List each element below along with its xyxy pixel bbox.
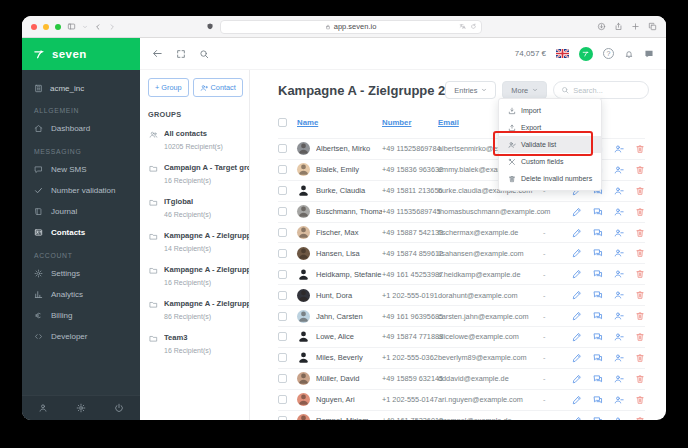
logout-power-icon[interactable] (114, 403, 124, 413)
settings-icon[interactable] (76, 403, 86, 413)
user-avatar[interactable] (579, 47, 593, 61)
privacy-shield-icon[interactable] (206, 22, 214, 31)
group-item-kampagne-a-zielgruppe-3[interactable]: Kampagne A - Zielgruppe 386 Recipient(s) (148, 293, 249, 327)
row-checkbox[interactable] (278, 249, 287, 258)
remove-from-group-button[interactable] (614, 416, 624, 420)
sidebar-item-settings[interactable]: Settings (22, 263, 140, 284)
remove-from-group-button[interactable] (614, 186, 624, 196)
delete-button[interactable] (635, 395, 645, 405)
delete-button[interactable] (635, 311, 645, 321)
comments-button[interactable] (593, 332, 603, 342)
row-checkbox[interactable] (278, 228, 287, 237)
forward-navigation-icon[interactable] (108, 23, 116, 31)
row-checkbox[interactable] (278, 144, 287, 153)
sidebar-item-dashboard[interactable]: Dashboard (22, 118, 140, 139)
new-tab-icon[interactable] (631, 22, 640, 31)
row-checkbox[interactable] (278, 312, 287, 321)
comments-button[interactable] (593, 269, 603, 279)
sort-by-number[interactable]: Number (382, 118, 438, 127)
delete-button[interactable] (635, 332, 645, 342)
remove-from-group-button[interactable] (614, 248, 624, 258)
edit-button[interactable] (572, 228, 582, 238)
table-row[interactable]: Buschmann, Thomas+49 11535689745thomasbu… (278, 202, 645, 223)
remove-from-group-button[interactable] (614, 332, 624, 342)
sidebar-item-contacts[interactable]: Contacts (22, 222, 140, 243)
comments-button[interactable] (593, 374, 603, 384)
group-item-kampagne-a-zielgruppe-2[interactable]: Kampagne A - Zielgruppe 216 Recipient(s) (148, 259, 249, 293)
remove-from-group-button[interactable] (614, 395, 624, 405)
sidebar-item-billing[interactable]: Billing (22, 305, 140, 326)
row-checkbox[interactable] (278, 374, 287, 383)
remove-from-group-button[interactable] (614, 207, 624, 217)
sidebar-item-new-sms[interactable]: New SMS (22, 159, 140, 180)
sidebar-toggle-icon[interactable] (67, 22, 76, 31)
row-checkbox[interactable] (278, 270, 287, 279)
more-dropdown-button[interactable]: More (502, 81, 547, 99)
comments-button[interactable] (593, 311, 603, 321)
minimize-window-button[interactable] (43, 24, 49, 30)
sidebar-item-number-validation[interactable]: Number validation (22, 180, 140, 201)
profile-icon[interactable] (38, 403, 48, 413)
sidebar-item-journal[interactable]: Journal (22, 201, 140, 222)
comments-button[interactable] (593, 395, 603, 405)
delete-button[interactable] (635, 416, 645, 420)
menu-item-custom-fields[interactable]: Custom fields (499, 153, 601, 170)
back-arrow-icon[interactable] (152, 48, 163, 59)
comments-button[interactable] (593, 207, 603, 217)
delete-button[interactable] (635, 144, 645, 154)
brand-logo[interactable]: seven (22, 38, 140, 70)
edit-button[interactable] (572, 332, 582, 342)
chevron-down-icon[interactable] (82, 24, 88, 30)
comments-button[interactable] (593, 290, 603, 300)
menu-item-delete-invalid-numbers[interactable]: Delete invalid numbers (499, 170, 601, 187)
delete-button[interactable] (635, 374, 645, 384)
delete-button[interactable] (635, 228, 645, 238)
table-row[interactable]: Rempel, Miriam+49 161 75236012mrempel@ex… (278, 411, 645, 420)
share-icon[interactable] (614, 22, 623, 31)
edit-button[interactable] (572, 374, 582, 384)
row-checkbox[interactable] (278, 416, 287, 420)
row-checkbox[interactable] (278, 395, 287, 404)
tab-overview-icon[interactable] (648, 22, 657, 31)
row-checkbox[interactable] (278, 186, 287, 195)
remove-from-group-button[interactable] (614, 311, 624, 321)
table-row[interactable]: Miles, Beverly+1 202-555-0362beverlym89@… (278, 348, 645, 369)
edit-button[interactable] (572, 353, 582, 363)
edit-button[interactable] (572, 290, 582, 300)
delete-button[interactable] (635, 165, 645, 175)
remove-from-group-button[interactable] (614, 374, 624, 384)
remove-from-group-button[interactable] (614, 290, 624, 300)
row-checkbox[interactable] (278, 353, 287, 362)
support-chat-icon[interactable] (644, 49, 654, 59)
notifications-bell-icon[interactable] (624, 49, 634, 59)
delete-button[interactable] (635, 207, 645, 217)
sidebar-item-developer[interactable]: Developer (22, 326, 140, 347)
translate-icon[interactable] (459, 23, 466, 30)
back-navigation-icon[interactable] (94, 23, 102, 31)
downloads-icon[interactable] (597, 22, 606, 31)
sort-by-name[interactable]: Name (297, 118, 382, 127)
group-item-team3[interactable]: Team316 Recipient(s) (148, 327, 249, 361)
remove-from-group-button[interactable] (614, 144, 624, 154)
group-item-all-contacts[interactable]: All contacts10205 Recipient(s) (148, 123, 249, 157)
row-checkbox[interactable] (278, 207, 287, 216)
edit-button[interactable] (572, 395, 582, 405)
close-window-button[interactable] (31, 24, 37, 30)
edit-button[interactable] (572, 248, 582, 258)
entries-dropdown-button[interactable]: Entries (445, 81, 496, 99)
workspace-selector[interactable]: acme_inc (22, 79, 140, 98)
table-row[interactable]: Müller, David+49 15859 632145dddavid@exa… (278, 369, 645, 390)
menu-item-export[interactable]: Export (499, 119, 601, 136)
edit-button[interactable] (572, 269, 582, 279)
zoom-window-button[interactable] (55, 24, 61, 30)
comments-button[interactable] (593, 248, 603, 258)
search-icon[interactable] (199, 49, 209, 59)
remove-from-group-button[interactable] (614, 165, 624, 175)
comments-button[interactable] (593, 228, 603, 238)
account-balance[interactable]: 74,057 € (515, 49, 546, 58)
group-item-itglobal[interactable]: ITglobal46 Recipient(s) (148, 191, 249, 225)
sidebar-item-analytics[interactable]: Analytics (22, 284, 140, 305)
search-box[interactable] (553, 81, 649, 99)
select-all-checkbox[interactable] (278, 118, 287, 127)
edit-button[interactable] (572, 416, 582, 420)
